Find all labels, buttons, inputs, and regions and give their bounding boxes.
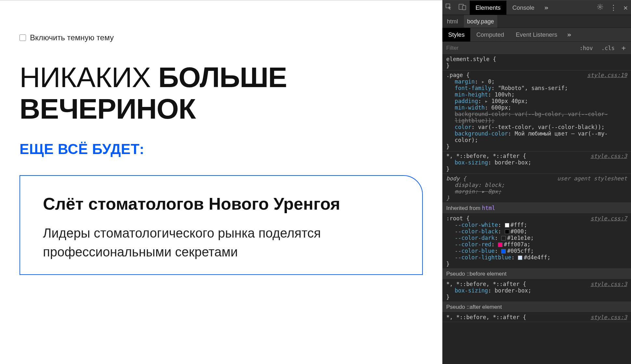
gear-icon[interactable] bbox=[594, 4, 607, 12]
devtools-panel: Elements Console » ⋮ ✕ html body.page St… bbox=[442, 0, 631, 364]
device-toggle-icon[interactable] bbox=[455, 4, 470, 12]
source-link[interactable]: style.css:7 bbox=[590, 215, 627, 222]
event-card: Слёт стоматологов Нового Уренгоя Лидеры … bbox=[20, 175, 423, 275]
rule-universal-3[interactable]: *, *::before, *::after { style.css:3 bbox=[442, 313, 631, 322]
rule-element-style[interactable]: element.style { } bbox=[442, 55, 631, 71]
inspect-icon[interactable] bbox=[442, 4, 455, 12]
source-link[interactable]: style.css:3 bbox=[590, 281, 627, 287]
subtab-event-listeners[interactable]: Event Listeners bbox=[510, 28, 563, 42]
dark-theme-label: Включить темную тему bbox=[30, 33, 114, 42]
subtab-computed[interactable]: Computed bbox=[470, 28, 510, 42]
hov-toggle[interactable]: :hov bbox=[577, 44, 596, 52]
breadcrumb-body[interactable]: body.page bbox=[464, 15, 497, 28]
theme-toggle: Включить темную тему bbox=[20, 33, 423, 42]
styles-filter-input[interactable] bbox=[446, 45, 574, 51]
cls-toggle[interactable]: .cls bbox=[598, 44, 618, 52]
devtools-topbar: Elements Console » ⋮ ✕ bbox=[442, 1, 631, 15]
subheadline: ЕЩЕ ВСЁ БУДЕТ: bbox=[20, 141, 423, 157]
rule-root[interactable]: :root { style.css:7 --color-white: #fff;… bbox=[442, 214, 631, 269]
kebab-menu-icon[interactable]: ⋮ bbox=[607, 4, 620, 12]
subtab-styles[interactable]: Styles bbox=[442, 28, 470, 42]
card-title: Слёт стоматологов Нового Уренгоя bbox=[43, 194, 399, 214]
css-rules: element.style { } .page { style.css:19 m… bbox=[442, 55, 631, 364]
new-style-rule-icon[interactable]: + bbox=[620, 44, 627, 52]
rendered-page: Включить темную тему НИКАКИХ БОЛЬШЕ ВЕЧЕ… bbox=[0, 0, 442, 364]
tab-elements[interactable]: Elements bbox=[470, 1, 506, 15]
tabs-overflow-icon[interactable]: » bbox=[540, 4, 552, 12]
source-link[interactable]: style.css:3 bbox=[590, 314, 627, 320]
inherited-from-header: Inherited from html bbox=[442, 203, 631, 214]
close-icon[interactable]: ✕ bbox=[620, 4, 631, 12]
breadcrumb-html[interactable]: html bbox=[447, 15, 458, 28]
headline: НИКАКИХ БОЛЬШЕ ВЕЧЕРИНОК bbox=[20, 62, 423, 125]
rule-universal-2[interactable]: *, *::before, *::after { style.css:3 box… bbox=[442, 280, 631, 302]
styles-filter-bar: :hov .cls + bbox=[442, 42, 631, 55]
dom-breadcrumb: html body.page bbox=[442, 15, 631, 28]
rule-page[interactable]: .page { style.css:19 margin: ▸ 0;font-fa… bbox=[442, 71, 631, 151]
rule-universal-1[interactable]: *, *::before, *::after { style.css:3 box… bbox=[442, 151, 631, 174]
headline-thin: НИКАКИХ bbox=[20, 61, 158, 93]
subtabs-overflow-icon[interactable]: » bbox=[563, 31, 575, 39]
source-link[interactable]: style.css:3 bbox=[590, 153, 627, 159]
rule-body-ua[interactable]: body { user agent stylesheet display: bl… bbox=[442, 174, 631, 203]
tab-console[interactable]: Console bbox=[506, 1, 540, 15]
styles-subtabs: Styles Computed Event Listeners » bbox=[442, 28, 631, 42]
svg-rect-2 bbox=[463, 6, 466, 10]
pseudo-after-header: Pseudo ::after element bbox=[442, 302, 631, 313]
card-body: Лидеры стоматологического рынка поделятс… bbox=[43, 224, 399, 261]
svg-point-3 bbox=[599, 6, 601, 8]
source-link[interactable]: style.css:19 bbox=[587, 72, 627, 78]
pseudo-before-header: Pseudo ::before element bbox=[442, 269, 631, 280]
dark-theme-checkbox[interactable] bbox=[20, 34, 26, 41]
